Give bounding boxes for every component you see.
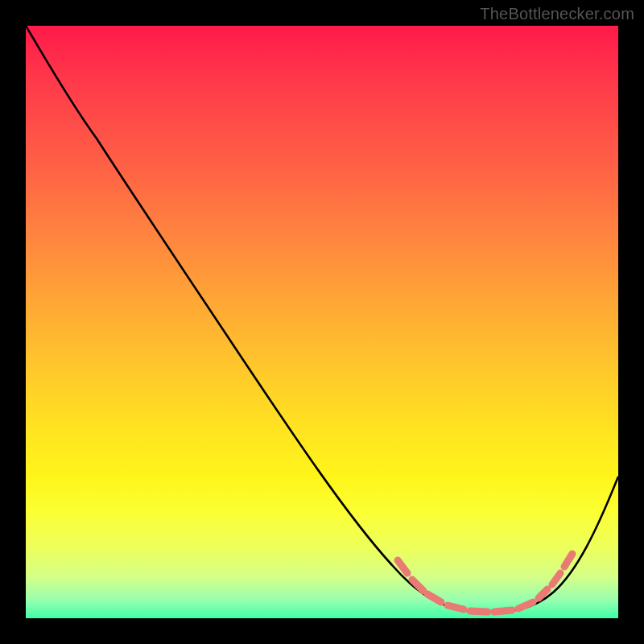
attribution-text: TheBottlenecker.com: [480, 5, 634, 23]
svg-line-9: [564, 554, 572, 567]
svg-line-6: [518, 602, 533, 609]
svg-line-0: [398, 560, 407, 573]
svg-line-4: [470, 611, 488, 612]
svg-line-8: [552, 573, 560, 584]
curve-svg: [26, 26, 618, 618]
svg-line-2: [427, 594, 441, 602]
svg-line-3: [448, 605, 464, 609]
svg-line-5: [494, 610, 512, 612]
svg-line-1: [412, 580, 423, 591]
flat-region-markers: [398, 554, 572, 612]
chart-root: TheBottlenecker.com: [0, 0, 644, 644]
chart-area: [26, 26, 618, 618]
bottleneck-curve-path: [26, 26, 618, 612]
